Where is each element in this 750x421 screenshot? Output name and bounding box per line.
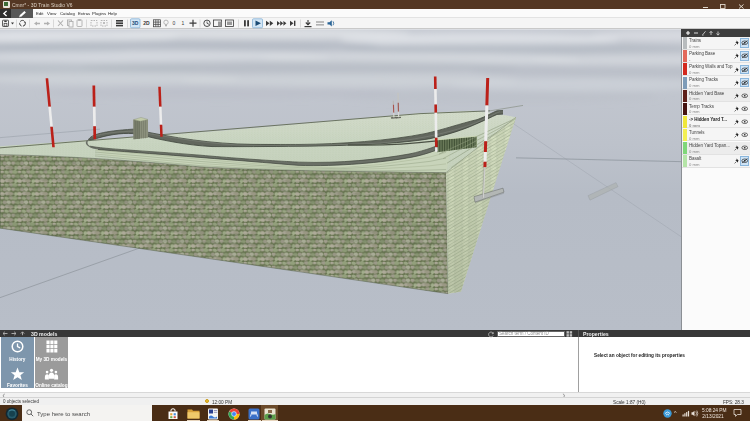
svg-text:3D: 3D bbox=[132, 20, 139, 26]
svg-text:2D: 2D bbox=[143, 20, 150, 26]
svg-text:1: 1 bbox=[182, 20, 185, 26]
svg-text:0: 0 bbox=[173, 20, 176, 26]
